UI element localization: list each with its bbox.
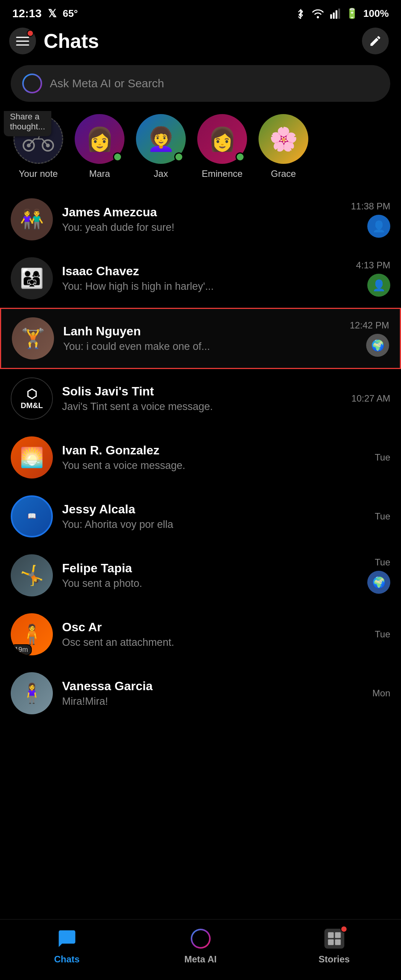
lanh-info: Lanh Nguyen You: i could even make one o… — [63, 324, 340, 353]
notification-dot — [27, 30, 34, 37]
bluetooth-icon — [295, 8, 306, 19]
solis-meta: 10:27 AM — [352, 393, 390, 404]
status-time: 12:13 — [12, 7, 42, 20]
svg-point-6 — [27, 144, 31, 147]
ivan-preview: You sent a voice message. — [62, 460, 366, 472]
stories-squares-icon — [324, 929, 344, 949]
james-name: James Amezcua — [62, 205, 342, 219]
search-bar[interactable]: Ask Meta AI or Search — [11, 65, 390, 102]
eminence-online-dot — [236, 152, 245, 162]
solis-avatar: ⬡ DM&L — [11, 377, 53, 420]
jessy-info: Jessy Alcala You: Ahorita voy por ella — [62, 502, 366, 531]
header: Chats — [0, 24, 401, 61]
stories-section: Share athought... Your note — [0, 111, 401, 190]
chat-item-jessy-alcala[interactable]: 📖 Jessy Alcala You: Ahorita voy por ella… — [0, 487, 401, 546]
chat-item-vanessa-garcia[interactable]: 🧍‍♀️ Vanessa Garcia Mira!Mira! Mon — [0, 664, 401, 723]
status-right: 🔋 100% — [295, 8, 389, 20]
osc-name: Osc Ar — [62, 620, 366, 634]
stories-nav-label: Stories — [319, 954, 350, 965]
osc-avatar: 🧍 19m — [11, 613, 53, 655]
chat-list: 👫 James Amezcua You: yeah dude for sure!… — [0, 190, 401, 723]
svg-rect-1 — [333, 13, 335, 19]
status-left: 12:13 𝕏 65° — [12, 7, 78, 20]
menu-button[interactable] — [9, 28, 36, 54]
nav-item-meta-ai[interactable]: Meta AI — [134, 927, 267, 965]
osc-time: Tue — [375, 629, 390, 640]
story-item-grace[interactable]: 🌸 Grace — [253, 111, 314, 182]
chat-item-felipe-tapia[interactable]: 🤸 Felipe Tapia You sent a photo. Tue 🌍 — [0, 546, 401, 605]
chat-item-osc-ar[interactable]: 🧍 19m Osc Ar Osc sent an attachment. Tue — [0, 605, 401, 664]
chat-item-lanh-nguyen[interactable]: 🏋️ Lanh Nguyen You: i could even make on… — [0, 308, 401, 369]
isaac-avatar: 👨‍👩‍👧 — [11, 257, 53, 299]
status-bar: 12:13 𝕏 65° 🔋 100% — [0, 0, 401, 24]
meta-ai-ring-icon — [191, 929, 211, 949]
story-item-your-note[interactable]: Share athought... Your note — [8, 111, 69, 182]
stories-nav-icon — [323, 927, 346, 950]
story-avatar-wrap-eminence: 👩 — [197, 114, 247, 164]
story-item-jax[interactable]: 👩‍🦱 Jax — [130, 111, 191, 182]
story-label-your-note: Your note — [19, 168, 58, 179]
edit-icon — [369, 34, 382, 47]
osc-badge: 19m — [11, 644, 32, 655]
chats-nav-label: Chats — [54, 954, 80, 965]
jessy-name: Jessy Alcala — [62, 502, 366, 516]
story-item-mara[interactable]: 👩 Mara — [69, 111, 130, 182]
solis-preview: Javi's Tint sent a voice message. — [62, 401, 342, 413]
lanh-thumb: 🌍 — [366, 334, 389, 357]
story-avatar-wrap-grace: 🌸 — [259, 114, 308, 164]
chat-item-solis-javis-tint[interactable]: ⬡ DM&L Solis Javi's Tint Javi's Tint sen… — [0, 369, 401, 428]
solis-info: Solis Javi's Tint Javi's Tint sent a voi… — [62, 384, 342, 413]
meta-ai-icon — [22, 74, 42, 93]
ivan-meta: Tue — [375, 452, 390, 463]
story-item-eminence[interactable]: 👩 Eminence — [191, 111, 253, 182]
svg-rect-3 — [338, 8, 340, 19]
jessy-preview: You: Ahorita voy por ella — [62, 519, 366, 531]
svg-rect-9 — [335, 932, 340, 938]
vanessa-time: Mon — [372, 688, 390, 699]
svg-point-7 — [46, 144, 50, 147]
signal-icon — [330, 8, 340, 19]
vanessa-info: Vanessa Garcia Mira!Mira! — [62, 679, 363, 707]
chat-item-ivan-gonzalez[interactable]: 🌅 Ivan R. Gonzalez You sent a voice mess… — [0, 428, 401, 487]
james-time: 11:38 PM — [351, 201, 390, 212]
osc-preview: Osc sent an attachment. — [62, 637, 366, 648]
story-label-mara: Mara — [89, 168, 110, 179]
ivan-time: Tue — [375, 452, 390, 463]
svg-rect-8 — [328, 932, 334, 938]
nav-item-chats[interactable]: Chats — [0, 927, 134, 965]
story-label-jax: Jax — [154, 168, 168, 179]
felipe-thumb: 🌍 — [367, 571, 390, 594]
jax-online-dot — [174, 152, 183, 162]
share-thought-bubble: Share athought... — [4, 111, 51, 136]
search-placeholder: Ask Meta AI or Search — [50, 77, 164, 90]
wifi-icon — [311, 8, 324, 19]
edit-button[interactable] — [362, 28, 389, 54]
felipe-preview: You sent a photo. — [62, 578, 358, 590]
mara-online-dot — [113, 152, 122, 162]
meta-ai-nav-label: Meta AI — [184, 954, 216, 965]
felipe-time: Tue — [375, 557, 390, 568]
jessy-avatar: 📖 — [11, 495, 53, 537]
felipe-meta: Tue 🌍 — [367, 557, 390, 594]
bottom-nav: Chats Meta AI Stories — [0, 919, 401, 980]
story-avatar-wrap-mara: 👩 — [75, 114, 124, 164]
chat-item-isaac-chavez[interactable]: 👨‍👩‍👧 Isaac Chavez You: How high is high… — [0, 249, 401, 308]
stories-row: Share athought... Your note — [0, 111, 401, 182]
isaac-name: Isaac Chavez — [62, 264, 347, 278]
ivan-name: Ivan R. Gonzalez — [62, 443, 366, 457]
nav-item-stories[interactable]: Stories — [267, 927, 401, 965]
james-preview: You: yeah dude for sure! — [62, 222, 342, 234]
story-avatar-wrap-jax: 👩‍🦱 — [136, 114, 186, 164]
felipe-info: Felipe Tapia You sent a photo. — [62, 561, 358, 590]
lanh-meta: 12:42 PM 🌍 — [350, 320, 389, 357]
header-left: Chats — [9, 28, 99, 54]
felipe-name: Felipe Tapia — [62, 561, 358, 575]
vanessa-preview: Mira!Mira! — [62, 696, 363, 707]
osc-info: Osc Ar Osc sent an attachment. — [62, 620, 366, 648]
james-avatar: 👫 — [11, 198, 53, 240]
chat-item-james-amezcua[interactable]: 👫 James Amezcua You: yeah dude for sure!… — [0, 190, 401, 249]
svg-rect-11 — [335, 939, 340, 945]
svg-rect-2 — [336, 10, 337, 19]
lanh-avatar: 🏋️ — [12, 317, 54, 359]
isaac-thumb: 👤 — [367, 274, 390, 297]
